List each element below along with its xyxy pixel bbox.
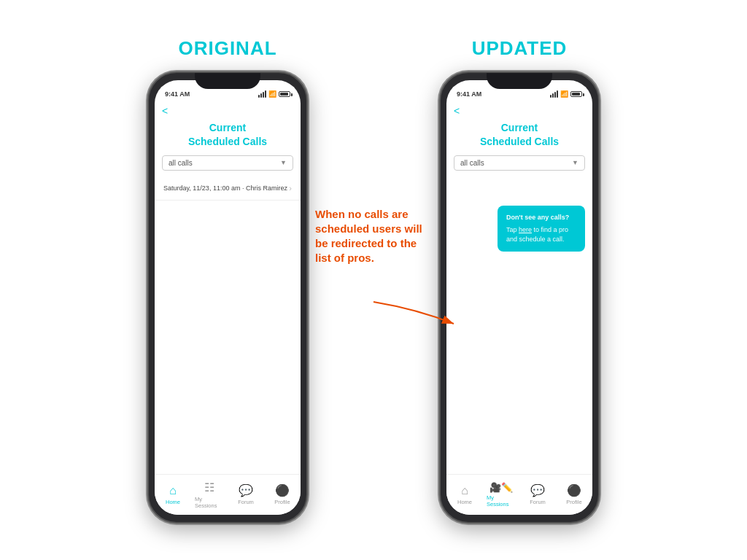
back-original[interactable]: < [155,104,301,118]
tooltip-body: Tap here to find a pro and schedule a ca… [506,225,576,244]
bar2u [552,93,554,98]
empty-state-tooltip[interactable]: Don't see any calls? Tap here to find a … [498,206,585,252]
screen-original: 9:41 AM 📶 < [155,80,301,515]
status-time-updated: 9:41 AM [457,90,481,98]
wifi-icon: 📶 [268,90,276,98]
profile-icon-updated: ⚫ [567,483,581,497]
home-icon: ⌂ [169,484,177,497]
notch-original [195,73,260,89]
dropdown-value-original: all calls [169,159,193,167]
updated-phone: 9:41 AM 📶 < [439,71,600,524]
status-icons-updated: 📶 [550,90,582,98]
nav-forum-updated[interactable]: 💬 Forum [523,483,552,505]
battery-updated [570,91,582,97]
annotation-box: When no calls are scheduled users will b… [315,207,432,266]
status-time-original: 9:41 AM [165,90,190,98]
forum-icon: 💬 [239,483,253,497]
nav-forum-original[interactable]: 💬 Forum [231,483,260,505]
original-column: ORIGINAL 9:41 AM 📶 [147,37,308,524]
nav-sessions-original[interactable]: ☷ My Sessions [195,481,224,509]
chevron-down-icon-updated: ▼ [572,159,578,166]
signal-bars-original [258,90,266,98]
bar3u [554,92,556,98]
nav-profile-updated[interactable]: ⚫ Profile [560,483,589,505]
tooltip-title: Don't see any calls? [506,213,576,222]
wifi-icon-updated: 📶 [560,90,568,98]
dropdown-row-original: all calls ▼ [155,155,301,176]
nav-sessions-updated[interactable]: 🎥✏️ My Sessions [487,482,516,508]
main-container: ORIGINAL 9:41 AM 📶 [0,0,747,560]
home-icon-updated: ⌂ [461,484,468,497]
back-updated[interactable]: < [446,104,592,118]
profile-icon: ⚫ [275,483,290,497]
nav-home-updated[interactable]: ⌂ Home [450,484,479,505]
back-arrow-original[interactable]: < [162,105,168,117]
original-title: ORIGINAL [178,37,276,60]
forum-icon-updated: 💬 [530,483,545,497]
screen-updated: 9:41 AM 📶 < [446,80,592,515]
battery-original [279,91,290,97]
bottom-nav-original: ⌂ Home ☷ My Sessions 💬 Forum ⚫ Profile [155,474,301,515]
sessions-icon: ☷ [204,481,214,494]
bar3 [263,92,264,98]
status-icons-original: 📶 [258,90,290,98]
page-title-updated: Current Scheduled Calls [446,118,592,155]
dropdown-updated[interactable]: all calls ▼ [454,155,585,171]
original-phone: 9:41 AM 📶 < [147,71,308,524]
bar1u [550,95,551,98]
back-arrow-updated[interactable]: < [454,105,460,117]
signal-bars-updated [550,90,558,98]
tooltip-here-link[interactable]: here [519,226,532,233]
bar4u [557,90,558,98]
chevron-down-icon: ▼ [280,159,287,166]
call-arrow-icon: › [289,184,292,192]
dropdown-row-updated: all calls ▼ [446,155,592,176]
bar4 [265,90,266,98]
page-title-original: Current Scheduled Calls [155,118,301,155]
dropdown-original[interactable]: all calls ▼ [162,155,293,171]
call-item[interactable]: Saturday, 11/23, 11:00 am · Chris Ramire… [155,176,301,201]
nav-profile-original[interactable]: ⚫ Profile [268,483,297,505]
annotation-text: When no calls are scheduled users will b… [315,207,432,266]
annotation-arrow [374,302,519,360]
dropdown-value-updated: all calls [460,159,484,167]
nav-home-original[interactable]: ⌂ Home [158,484,187,505]
content-original: Saturday, 11/23, 11:00 am · Chris Ramire… [155,176,301,474]
updated-column: UPDATED 9:41 AM 📶 [439,37,600,524]
call-item-text: Saturday, 11/23, 11:00 am · Chris Ramire… [163,184,287,192]
bar1 [258,95,260,98]
updated-title: UPDATED [472,37,568,60]
sessions-icon-updated: 🎥✏️ [489,482,513,493]
bar2 [260,93,262,98]
bottom-nav-updated: ⌂ Home 🎥✏️ My Sessions 💬 Forum ⚫ Profile [446,474,592,515]
notch-updated [487,73,552,89]
